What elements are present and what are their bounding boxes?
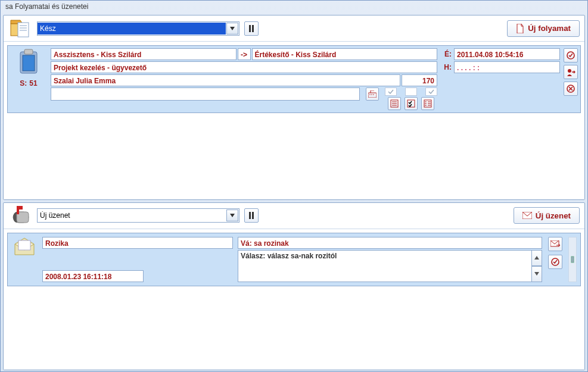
svg-rect-18 <box>407 100 415 107</box>
message-card: Rozika 2008.01.23 16:11:18 Vá: sa rozina… <box>7 233 581 286</box>
svg-rect-9 <box>24 49 33 54</box>
new-document-icon <box>516 24 524 33</box>
messages-panel: Új üzenet Rozika 2008.0 <box>3 202 585 370</box>
svg-point-11 <box>369 94 371 95</box>
confirm-button[interactable] <box>564 48 578 62</box>
cancel-button[interactable] <box>564 82 578 96</box>
s-value: 51 <box>29 79 37 87</box>
mailbox-icon <box>8 204 32 227</box>
svg-rect-37 <box>252 212 254 219</box>
check-3[interactable] <box>425 87 437 96</box>
h-label: H: <box>441 63 452 71</box>
svg-rect-35 <box>17 206 23 210</box>
message-status-caret[interactable] <box>226 210 238 221</box>
process-tool-column <box>564 48 578 110</box>
new-process-label: Új folyamat <box>528 24 571 33</box>
h-value[interactable]: . . . . : : <box>454 61 560 73</box>
messages-list[interactable]: Rozika 2008.01.23 16:11:18 Vá: sa rozina… <box>4 229 584 370</box>
svg-rect-6 <box>252 25 254 32</box>
e-label: É: <box>441 50 452 58</box>
message-body-down[interactable] <box>531 266 542 282</box>
process-left: S: 51 <box>10 48 47 110</box>
project-cell[interactable]: Projekt kezelés - ügyvezető <box>51 61 437 73</box>
processes-panel: Új folyamat S: <box>3 15 585 200</box>
svg-rect-1 <box>18 23 29 37</box>
person-button[interactable] <box>564 65 578 79</box>
svg-point-12 <box>371 94 372 95</box>
svg-rect-39 <box>18 240 30 250</box>
process-right: É: 2011.04.08 10:54:16 H: . . . . : : <box>441 48 560 110</box>
svg-rect-8 <box>23 55 35 71</box>
process-status-dropdown[interactable] <box>37 21 239 36</box>
app-window: sa Folyamatai és üzenetei <box>0 0 588 372</box>
message-ruler[interactable] <box>568 237 577 282</box>
list-button-1[interactable] <box>388 97 401 110</box>
message-confirm-button[interactable] <box>548 255 562 269</box>
message-body-spin <box>531 250 542 282</box>
messages-toolbar: Új üzenet <box>4 203 584 229</box>
s-label: S: <box>20 79 27 87</box>
assistant-cell[interactable]: Asszisztens - Kiss Szilárd <box>51 48 237 60</box>
message-status-value <box>38 210 226 221</box>
new-message-label: Új üzenet <box>536 211 571 220</box>
process-middle: Asszisztens - Kiss Szilárd -> Értékesítő… <box>51 48 437 110</box>
keyboard-button[interactable] <box>366 87 379 101</box>
check-1[interactable] <box>385 87 397 96</box>
processes-list[interactable]: S: 51 Asszisztens - Kiss Szilárd -> Érté… <box>4 42 584 199</box>
window-title: sa Folyamatai és üzenetei <box>1 1 587 14</box>
new-process-button[interactable]: Új folyamat <box>507 20 580 37</box>
message-meta-column: Rozika 2008.01.23 16:11:18 <box>42 237 233 282</box>
process-card: S: 51 Asszisztens - Kiss Szilárd -> Érté… <box>7 45 581 113</box>
message-icon <box>11 237 38 282</box>
message-subject[interactable]: Vá: sa rozinak <box>238 237 542 249</box>
number-cell[interactable]: 170 <box>402 74 437 86</box>
message-status-dropdown[interactable] <box>37 208 239 223</box>
svg-point-13 <box>373 94 374 95</box>
clipboard-icon <box>15 48 42 77</box>
svg-rect-5 <box>249 25 251 32</box>
envelope-icon <box>522 212 532 219</box>
contact-cell[interactable]: Szalai Julia Emma <box>51 74 400 86</box>
notes-button[interactable] <box>421 97 434 110</box>
process-note-cell[interactable] <box>51 87 360 101</box>
processes-toolbar: Új folyamat <box>4 15 584 42</box>
svg-rect-36 <box>249 212 251 219</box>
process-status-value <box>38 23 226 35</box>
checklist-button[interactable] <box>405 97 418 110</box>
message-body[interactable]: Válasz: válasz sa-nak rozitól <box>238 250 531 282</box>
process-panel-icon <box>8 17 32 40</box>
reply-button[interactable] <box>548 237 562 251</box>
message-from[interactable]: Rozika <box>42 237 233 249</box>
check-2[interactable] <box>405 87 417 96</box>
salesperson-cell[interactable]: Értékesítő - Kiss Szilárd <box>252 48 438 60</box>
message-pause-button[interactable] <box>244 208 259 223</box>
message-body-up[interactable] <box>531 250 542 266</box>
svg-rect-10 <box>368 93 377 98</box>
new-message-button[interactable]: Új üzenet <box>514 207 580 224</box>
svg-point-27 <box>568 69 571 73</box>
svg-rect-42 <box>571 257 574 262</box>
message-tool-column <box>547 237 564 282</box>
process-pause-button[interactable] <box>244 21 259 36</box>
arrow-cell: -> <box>238 48 251 60</box>
message-date[interactable]: 2008.01.23 16:11:18 <box>42 270 144 282</box>
e-value[interactable]: 2011.04.08 10:54:16 <box>454 48 560 60</box>
message-body-column: Vá: sa rozinak Válasz: válasz sa-nak roz… <box>238 237 542 282</box>
process-status-caret[interactable] <box>226 23 238 35</box>
